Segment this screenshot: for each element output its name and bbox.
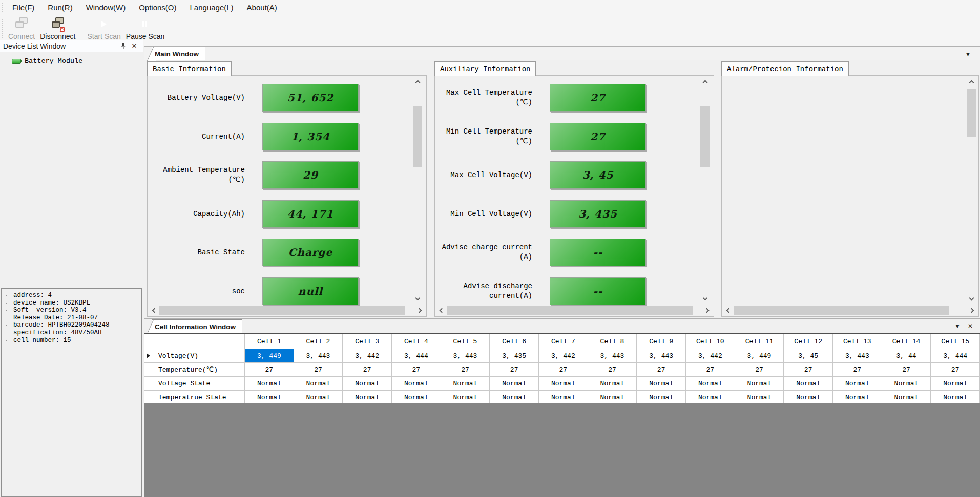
menubar-grip-handle[interactable] — [2, 3, 5, 12]
tab-cell-information-window[interactable]: Cell Information Window — [152, 319, 242, 333]
column-header[interactable]: Cell 15 — [931, 334, 980, 349]
basic-horizontal-scrollbar[interactable] — [149, 306, 425, 315]
column-header[interactable]: Cell 9 — [637, 334, 686, 349]
table-cell[interactable]: Normal — [245, 377, 294, 391]
column-header[interactable]: Cell 10 — [686, 334, 735, 349]
table-cell[interactable]: 27 — [294, 363, 343, 377]
scroll-up-icon[interactable] — [967, 77, 976, 87]
tab-alarm-protection[interactable]: Alarm/Protecion Information — [721, 61, 849, 76]
table-cell[interactable]: 27 — [735, 363, 784, 377]
scroll-right-icon[interactable] — [703, 306, 712, 315]
table-cell[interactable]: Normal — [882, 391, 931, 404]
table-cell[interactable]: 3, 435 — [490, 349, 539, 363]
table-cell[interactable]: Normal — [539, 391, 588, 404]
start-scan-button[interactable]: Start Scan — [85, 15, 123, 40]
scroll-left-icon[interactable] — [723, 306, 733, 315]
table-cell[interactable]: Normal — [343, 377, 392, 391]
table-cell[interactable]: Normal — [735, 391, 784, 404]
basic-vertical-scrollbar[interactable] — [413, 77, 422, 304]
scrollbar-thumb[interactable] — [700, 106, 710, 167]
table-cell[interactable]: Normal — [441, 391, 490, 404]
tab-auxiliary-information[interactable]: Auxiliary Information — [434, 61, 536, 76]
table-cell[interactable]: 27 — [931, 363, 980, 377]
alarm-vertical-scrollbar[interactable] — [967, 77, 976, 304]
tab-list-dropdown-icon[interactable]: ▼ — [965, 51, 971, 57]
table-cell[interactable]: Normal — [931, 391, 980, 404]
table-cell[interactable]: 3, 45 — [784, 349, 833, 363]
table-cell[interactable]: 3, 443 — [441, 349, 490, 363]
row-label[interactable]: Voltage(V) — [152, 349, 245, 363]
scrollbar-thumb[interactable] — [734, 306, 949, 315]
scrollbar-thumb[interactable] — [159, 306, 405, 315]
table-cell[interactable]: Normal — [882, 377, 931, 391]
row-label[interactable]: Voltage State — [152, 377, 245, 391]
selected-cell[interactable]: 3, 449 — [245, 349, 294, 363]
table-cell[interactable]: Normal — [441, 377, 490, 391]
table-cell[interactable]: Normal — [245, 391, 294, 404]
connect-button[interactable]: Connect — [6, 15, 37, 40]
table-cell[interactable]: Normal — [686, 391, 735, 404]
table-cell[interactable]: Normal — [539, 377, 588, 391]
table-cell[interactable]: 27 — [784, 363, 833, 377]
table-cell[interactable]: 3, 443 — [833, 349, 882, 363]
column-header[interactable]: Cell 2 — [294, 334, 343, 349]
menu-options[interactable]: Options(O) — [132, 0, 183, 15]
pause-scan-button[interactable]: Pause Scan — [123, 15, 168, 40]
table-cell[interactable]: Normal — [343, 391, 392, 404]
table-cell[interactable]: 3, 443 — [588, 349, 637, 363]
row-label[interactable]: Temperature(℃) — [152, 363, 245, 377]
column-header[interactable]: Cell 7 — [539, 334, 588, 349]
table-cell[interactable]: Normal — [392, 391, 441, 404]
column-header[interactable]: Cell 11 — [735, 334, 784, 349]
table-cell[interactable]: Normal — [392, 377, 441, 391]
auxiliary-horizontal-scrollbar[interactable] — [436, 306, 712, 315]
table-cell[interactable]: Normal — [294, 377, 343, 391]
table-cell[interactable]: 27 — [245, 363, 294, 377]
scroll-up-icon[interactable] — [413, 77, 422, 87]
column-header[interactable]: Cell 5 — [441, 334, 490, 349]
table-cell[interactable]: Normal — [588, 377, 637, 391]
table-cell[interactable]: Normal — [294, 391, 343, 404]
table-cell[interactable]: Normal — [735, 377, 784, 391]
table-cell[interactable]: 27 — [392, 363, 441, 377]
row-label[interactable]: Temperatrue State — [152, 391, 245, 404]
table-cell[interactable]: 27 — [490, 363, 539, 377]
table-cell[interactable]: Normal — [784, 377, 833, 391]
table-cell[interactable]: 3, 44 — [882, 349, 931, 363]
menu-language[interactable]: Language(L) — [183, 0, 240, 15]
scrollbar-thumb[interactable] — [967, 89, 976, 137]
alarm-horizontal-scrollbar[interactable] — [723, 306, 977, 315]
table-cell[interactable]: 27 — [588, 363, 637, 377]
tree-item-battery-module[interactable]: Battery Module — [3, 57, 82, 65]
table-cell[interactable]: 3, 444 — [392, 349, 441, 363]
table-cell[interactable]: 27 — [833, 363, 882, 377]
scroll-up-icon[interactable] — [700, 77, 710, 87]
table-cell[interactable]: 3, 449 — [735, 349, 784, 363]
pin-icon[interactable] — [117, 41, 129, 51]
menu-file[interactable]: File(F) — [6, 0, 41, 15]
column-header[interactable]: Cell 12 — [784, 334, 833, 349]
menu-run[interactable]: Run(R) — [41, 0, 79, 15]
table-cell[interactable]: 3, 444 — [931, 349, 980, 363]
auxiliary-vertical-scrollbar[interactable] — [700, 77, 710, 304]
scroll-down-icon[interactable] — [967, 294, 976, 304]
disconnect-button[interactable]: Disconnect — [37, 15, 78, 40]
table-cell[interactable]: Normal — [833, 391, 882, 404]
column-header[interactable]: Cell 13 — [833, 334, 882, 349]
scrollbar-thumb[interactable] — [413, 106, 422, 167]
table-cell[interactable]: Normal — [931, 377, 980, 391]
table-cell[interactable]: Normal — [637, 377, 686, 391]
column-header[interactable]: Cell 1 — [245, 334, 294, 349]
scroll-right-icon[interactable] — [968, 306, 977, 315]
table-cell[interactable]: Normal — [833, 377, 882, 391]
table-cell[interactable]: Normal — [490, 391, 539, 404]
table-cell[interactable]: 27 — [686, 363, 735, 377]
scrollbar-thumb[interactable] — [447, 306, 693, 315]
menu-about[interactable]: About(A) — [240, 0, 284, 15]
table-cell[interactable]: Normal — [490, 377, 539, 391]
close-icon[interactable]: ✕ — [129, 41, 140, 51]
table-cell[interactable]: 3, 442 — [343, 349, 392, 363]
scroll-down-icon[interactable] — [413, 294, 422, 304]
column-header[interactable]: Cell 8 — [588, 334, 637, 349]
tab-main-window[interactable]: Main Window — [152, 47, 205, 60]
